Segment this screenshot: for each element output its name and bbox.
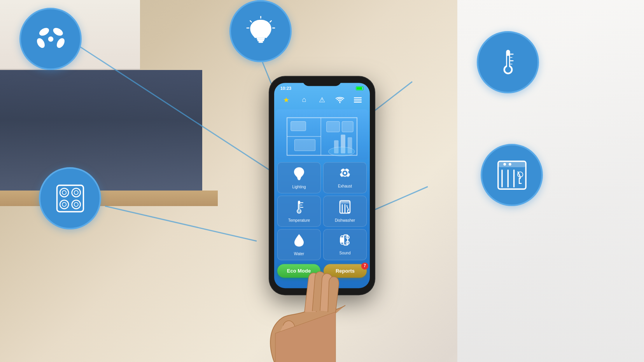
tile-lighting[interactable]: Lighting [277,162,321,193]
svg-point-7 [52,26,64,37]
lightbulb-svg [244,15,277,48]
battery-indicator [356,86,364,90]
svg-rect-36 [498,161,525,167]
reports-button[interactable]: Reports [324,264,367,278]
svg-point-33 [72,200,80,208]
svg-point-34 [74,202,78,206]
svg-point-56 [328,147,355,156]
svg-point-32 [62,202,66,206]
svg-point-27 [60,188,68,197]
svg-point-5 [48,36,53,42]
svg-rect-12 [258,41,263,43]
temperature-label: Temperature [288,218,310,222]
svg-point-31 [60,200,68,208]
exhaust-label: Exhaust [338,184,352,188]
battery-fill [357,87,362,89]
tile-exhaust[interactable]: Exhaust [323,162,367,193]
svg-point-6 [38,26,50,37]
nav-bar: ★ ⌂ ⚠ [274,92,370,109]
svg-rect-50 [294,139,315,150]
reports-wrapper: Reports 7 [324,264,367,278]
bottom-buttons: Eco Mode Reports 7 [274,262,370,281]
dishwasher-icon[interactable] [481,144,543,206]
dishwasher-label: Dishwasher [335,218,355,222]
tile-water[interactable]: Water [277,229,321,260]
house-illustration [276,109,368,160]
water-label: Water [294,252,304,256]
stove-icon[interactable] [39,167,101,229]
svg-point-29 [72,188,80,197]
status-time: 10:23 [280,86,291,91]
svg-point-37 [503,163,506,166]
phone: 10:23 ★ ⌂ ⚠ [270,77,374,294]
nav-wifi[interactable] [334,94,346,106]
tile-sound[interactable]: Sound [323,229,367,260]
phone-notch [303,77,341,86]
svg-rect-54 [327,121,340,132]
svg-point-21 [505,66,511,72]
reports-badge: 7 [361,262,368,269]
lighting-icon [293,166,305,183]
eco-mode-button[interactable]: Eco Mode [277,264,320,278]
fan-icon[interactable] [19,8,82,70]
stove-svg [54,182,87,215]
backsplash [0,70,202,194]
svg-line-15 [270,21,271,22]
nav-alerts[interactable]: ⚠ [316,94,328,106]
dishwasher-tile-icon [339,200,351,217]
svg-point-8 [35,37,46,49]
phone-screen: 10:23 ★ ⌂ ⚠ [274,83,370,288]
thermometer-icon[interactable] [477,31,539,93]
svg-rect-44 [354,99,362,100]
app-grid: Lighting Exhaust [274,160,370,262]
svg-rect-49 [291,121,306,131]
lightbulb-icon[interactable] [229,0,292,62]
svg-point-30 [74,191,78,194]
lighting-label: Lighting [292,185,306,189]
svg-rect-55 [342,121,353,132]
svg-point-61 [344,172,346,174]
house-svg [276,109,368,160]
svg-rect-58 [298,178,301,179]
nav-favorites[interactable]: ★ [280,94,292,106]
svg-point-69 [298,210,301,213]
svg-point-28 [62,191,66,194]
nav-menu[interactable] [352,94,364,106]
svg-rect-57 [297,177,301,178]
svg-line-14 [250,21,251,22]
fan-svg [34,23,67,56]
phone-wrapper: 10:23 ★ ⌂ ⚠ [270,77,374,294]
svg-rect-74 [340,201,350,203]
water-icon [294,233,304,250]
svg-rect-43 [354,97,362,98]
svg-rect-59 [298,179,300,180]
exhaust-icon [338,166,352,182]
sound-icon [338,233,352,249]
tile-dishwasher[interactable]: Dishwasher [323,196,367,227]
svg-rect-78 [344,235,348,245]
svg-rect-45 [354,101,362,103]
nav-home[interactable]: ⌂ [298,94,310,106]
temperature-icon [294,200,304,217]
svg-rect-11 [257,39,264,41]
counter-top [0,191,218,206]
svg-rect-10 [257,38,264,39]
svg-point-38 [509,163,511,166]
thermometer-svg [492,46,525,79]
sound-label: Sound [340,251,351,255]
dishwasher-svg [495,159,528,192]
svg-point-9 [55,37,66,49]
tile-temperature[interactable]: Temperature [277,196,321,227]
